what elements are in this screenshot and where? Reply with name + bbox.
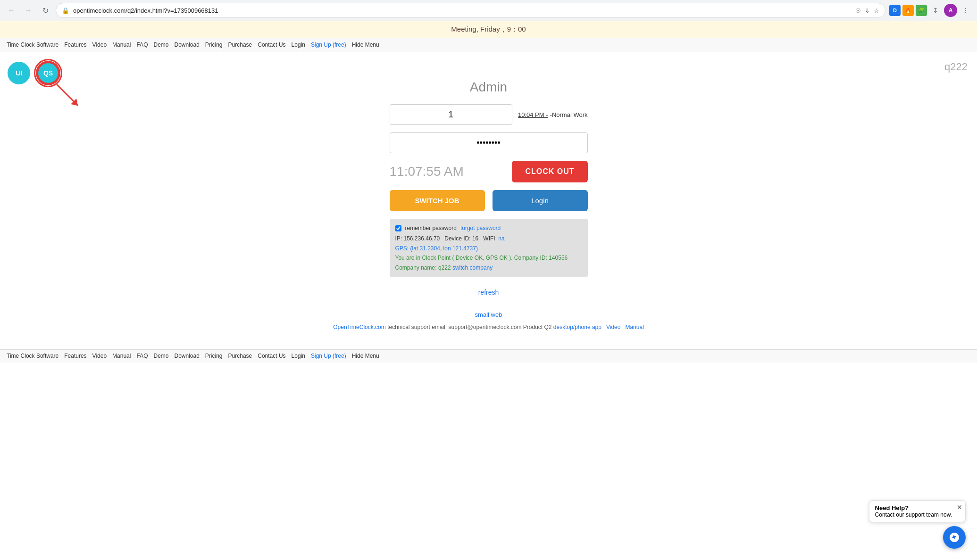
browser-extension-icons: D 🔥 🧩 ↧ A ⋮: [889, 4, 972, 17]
wifi-label: WIFI:: [483, 235, 497, 242]
switch-job-button[interactable]: SWITCH JOB: [390, 190, 485, 211]
download-icon[interactable]: ↧: [929, 4, 942, 17]
clock-info: 10:04 PM - -Normal Work: [518, 111, 588, 118]
desktop-app-link[interactable]: desktop/phone app: [553, 324, 601, 330]
footer-nav-contact-us[interactable]: Contact Us: [255, 351, 288, 361]
remember-checkbox[interactable]: [395, 225, 401, 231]
nav-faq[interactable]: FAQ: [134, 40, 150, 50]
location-icon: ☉: [855, 7, 861, 14]
refresh-link[interactable]: refresh: [478, 288, 499, 296]
footer-nav-pricing[interactable]: Pricing: [202, 351, 225, 361]
otc-link[interactable]: OpenTimeClock.com: [333, 324, 386, 330]
browser-toolbar: ← → ↻ 🔒 opentimeclock.com/q2/index.html?…: [0, 0, 977, 21]
action-row: SWITCH JOB Login: [390, 190, 588, 211]
password-input[interactable]: [390, 132, 588, 153]
footer-nav-features[interactable]: Features: [61, 351, 89, 361]
url-text: opentimeclock.com/q2/index.html?v=173500…: [73, 7, 852, 14]
gps-row: GPS: (lat 31.2304, lon 121.4737): [395, 244, 582, 253]
svg-marker-1: [71, 99, 78, 106]
footer-nav-login[interactable]: Login: [289, 351, 308, 361]
forward-button[interactable]: →: [22, 4, 35, 17]
nav-purchase[interactable]: Purchase: [225, 40, 255, 50]
device-text: Device ID: 16: [444, 235, 478, 242]
nav-login[interactable]: Login: [289, 40, 308, 50]
nav-video[interactable]: Video: [90, 40, 109, 50]
browser-chrome: ← → ↻ 🔒 opentimeclock.com/q2/index.html?…: [0, 0, 977, 21]
login-button[interactable]: Login: [493, 190, 588, 211]
main-content: UI QS q222 Admin 10:04 PM - -Normal Work…: [0, 51, 977, 340]
remember-label: remember password: [405, 223, 457, 233]
footer-nav-demo[interactable]: Demo: [150, 351, 171, 361]
download-page-icon: ⇓: [865, 7, 870, 14]
top-nav: Time Clock Software Features Video Manua…: [0, 38, 977, 51]
nav-demo[interactable]: Demo: [150, 40, 171, 50]
admin-title: Admin: [470, 80, 507, 95]
lock-icon: 🔒: [62, 7, 69, 14]
svg-line-0: [57, 84, 78, 106]
support-text: OpenTimeClock.com technical support emai…: [9, 324, 968, 330]
company-id: q222: [944, 61, 968, 73]
footer-nav-manual[interactable]: Manual: [109, 351, 134, 361]
clock-time-link[interactable]: 10:04 PM -: [518, 111, 548, 118]
info-box: remember password forgot password IP: 15…: [390, 219, 588, 277]
nav-pricing[interactable]: Pricing: [202, 40, 225, 50]
footer-nav-purchase[interactable]: Purchase: [225, 351, 255, 361]
profile-avatar[interactable]: A: [944, 4, 957, 17]
nav-manual[interactable]: Manual: [109, 40, 134, 50]
meeting-text: Meeting, Friday，9：00: [451, 25, 526, 33]
footer-nav-video[interactable]: Video: [90, 351, 109, 361]
footer-video-link[interactable]: Video: [606, 324, 620, 330]
footer-nav-download[interactable]: Download: [171, 351, 202, 361]
remember-row: remember password forgot password: [395, 223, 582, 233]
ui-avatar-button[interactable]: UI: [8, 62, 30, 84]
extension-d-icon[interactable]: D: [889, 5, 901, 16]
clock-out-button[interactable]: CLOCK OUT: [512, 161, 587, 182]
reload-button[interactable]: ↻: [39, 4, 52, 17]
extension-fire-icon[interactable]: 🔥: [902, 5, 914, 16]
username-row: 10:04 PM - -Normal Work: [390, 104, 588, 125]
footer-nav-hide-menu[interactable]: Hide Menu: [349, 351, 382, 361]
footer-manual-link[interactable]: Manual: [625, 324, 643, 330]
username-input[interactable]: [390, 104, 512, 125]
nav-hide-menu[interactable]: Hide Menu: [349, 40, 382, 50]
time-clock-row: 11:07:55 AM CLOCK OUT: [390, 161, 588, 182]
back-button[interactable]: ←: [5, 4, 18, 17]
address-bar[interactable]: 🔒 opentimeclock.com/q2/index.html?v=1735…: [56, 3, 885, 18]
nav-download[interactable]: Download: [171, 40, 202, 50]
footer-nav-signup[interactable]: Sign Up (free): [308, 351, 349, 361]
gps-link[interactable]: GPS: (lat 31.2304, lon 121.4737): [395, 245, 478, 252]
nav-contact-us[interactable]: Contact Us: [255, 40, 288, 50]
qs-avatar-wrapper: QS: [34, 59, 62, 87]
menu-dots-icon[interactable]: ⋮: [959, 4, 972, 17]
footer-nav-faq[interactable]: FAQ: [134, 351, 150, 361]
footer-nav-time-clock-software[interactable]: Time Clock Software: [4, 351, 61, 361]
ip-text: IP: 156.236.46.70: [395, 235, 440, 242]
ip-device-row: IP: 156.236.46.70 Device ID: 16 WIFI: na: [395, 234, 582, 243]
footer-nav: Time Clock Software Features Video Manua…: [0, 349, 977, 362]
nav-time-clock-software[interactable]: Time Clock Software: [4, 40, 61, 50]
qs-avatar-button[interactable]: QS: [37, 62, 59, 84]
small-web-link[interactable]: small web: [475, 311, 502, 318]
forgot-password-link[interactable]: forgot password: [460, 223, 501, 233]
meeting-bar: Meeting, Friday，9：00: [0, 21, 977, 38]
support-info: technical support email: support@opentim…: [387, 324, 553, 330]
switch-company-link[interactable]: switch company: [452, 264, 493, 271]
clock-job-text: -Normal Work: [550, 111, 588, 118]
nav-signup[interactable]: Sign Up (free): [308, 40, 349, 50]
clock-point-row: You are in Clock Point ( Device OK, GPS …: [395, 253, 582, 272]
current-time: 11:07:55 AM: [390, 164, 464, 179]
nav-features[interactable]: Features: [61, 40, 89, 50]
center-form: Admin 10:04 PM - -Normal Work 11:07:55 A…: [390, 80, 588, 318]
extension-puzzle-icon[interactable]: 🧩: [916, 5, 927, 16]
wifi-value[interactable]: na: [498, 235, 504, 242]
avatar-area: UI QS: [8, 59, 62, 87]
star-icon: ☆: [874, 7, 879, 14]
